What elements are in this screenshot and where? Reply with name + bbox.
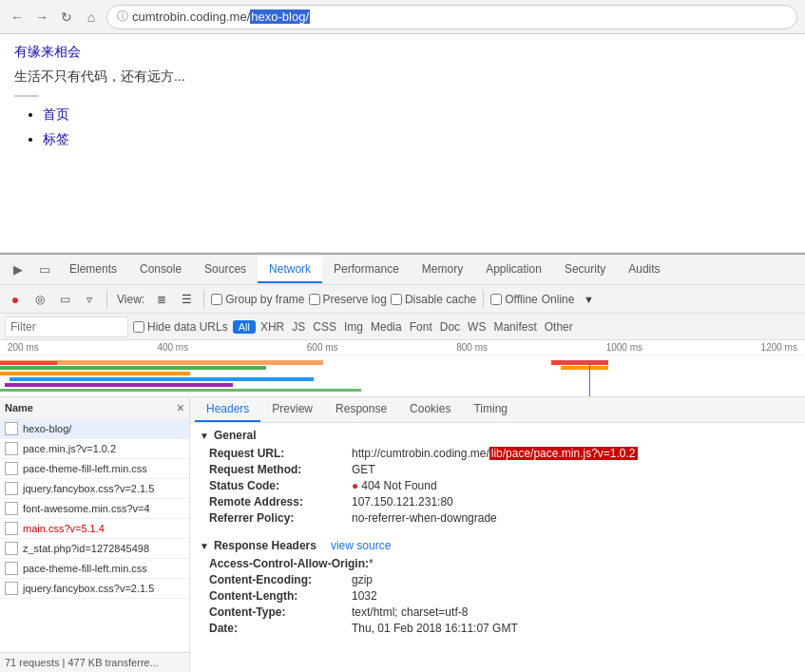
offline-label[interactable]: Offline	[490, 293, 537, 306]
referrer-policy-row: Referrer Policy: no-referrer-when-downgr…	[200, 511, 795, 525]
disable-cache-label[interactable]: Disable cache	[391, 293, 476, 306]
forward-button[interactable]: →	[32, 8, 51, 27]
content-length-key: Content-Length:	[209, 589, 352, 603]
file-item[interactable]: z_stat.php?id=1272845498	[0, 539, 189, 559]
details-tab-preview[interactable]: Preview	[260, 397, 324, 422]
file-item[interactable]: main.css?v=5.1.4	[0, 519, 189, 539]
url-before: http://cumtrobin.coding.me/	[352, 447, 489, 460]
remote-address-value: 107.150.121.231:80	[352, 495, 453, 509]
view-source-link[interactable]: view source	[331, 539, 391, 552]
tab-network[interactable]: Network	[258, 257, 322, 283]
filter-input[interactable]	[5, 317, 128, 337]
tab-memory[interactable]: Memory	[411, 257, 474, 283]
file-list-close-button[interactable]: ×	[177, 400, 184, 415]
filter-css[interactable]: CSS	[313, 320, 336, 334]
tab-application[interactable]: Application	[474, 257, 553, 283]
capture-screenshots-button[interactable]: ▭	[54, 289, 75, 310]
filter-other[interactable]: Other	[545, 320, 573, 334]
hide-data-urls-label[interactable]: Hide data URLs	[133, 320, 228, 334]
file-name: jquery.fancybox.css?v=2.1.5	[23, 583, 154, 594]
address-bar[interactable]: ⓘ cumtrobin.coding.me/hexo-blog/	[106, 5, 797, 29]
list-view-button[interactable]: ≣	[151, 289, 172, 310]
device-toolbar-button[interactable]: ▭	[31, 257, 58, 283]
page-link[interactable]: 有缘来相会	[14, 44, 81, 59]
record-button[interactable]: ●	[5, 289, 26, 310]
filter-media[interactable]: Media	[371, 320, 402, 334]
file-list-header: Name ×	[0, 397, 189, 419]
disable-cache-checkbox[interactable]	[391, 294, 402, 305]
nav-home-link[interactable]: 首页	[43, 106, 69, 122]
hide-data-urls-checkbox[interactable]	[133, 321, 144, 333]
devtools-panel: ▶ ▭ Elements Console Sources Network Per…	[0, 253, 805, 672]
filter-js[interactable]: JS	[292, 320, 305, 334]
tl-1200: 1200 ms	[761, 342, 797, 353]
access-control-key: Access-Control-Allow-Origin:	[209, 557, 369, 570]
devtools-tabs-bar: ▶ ▭ Elements Console Sources Network Per…	[0, 255, 805, 285]
tab-sources[interactable]: Sources	[193, 257, 258, 283]
back-button[interactable]: ←	[8, 8, 27, 27]
nav-tags-link[interactable]: 标签	[43, 131, 69, 146]
details-tab-cookies[interactable]: Cookies	[398, 397, 462, 422]
file-item[interactable]: jquery.fancybox.css?v=2.1.5	[0, 579, 189, 599]
file-name: font-awesome.min.css?v=4	[23, 503, 150, 514]
reload-button[interactable]: ↻	[57, 8, 76, 27]
offline-checkbox[interactable]	[490, 294, 502, 305]
large-view-button[interactable]: ☰	[176, 289, 197, 310]
tab-performance[interactable]: Performance	[322, 257, 411, 283]
tab-console[interactable]: Console	[128, 257, 193, 283]
group-by-frame-checkbox[interactable]	[211, 294, 222, 305]
file-icon	[5, 582, 18, 595]
clear-button[interactable]: ◎	[29, 289, 50, 310]
details-tab-response[interactable]: Response	[324, 397, 398, 422]
tab-audits[interactable]: Audits	[617, 257, 671, 283]
page-nav: 首页 标签	[43, 106, 791, 148]
home-button[interactable]: ⌂	[82, 8, 101, 27]
details-tab-timing[interactable]: Timing	[462, 397, 519, 422]
file-icon	[5, 462, 18, 475]
filter-manifest[interactable]: Manifest	[493, 320, 536, 334]
response-headers-header: ▼ Response Headers view source	[200, 539, 795, 552]
details-tab-headers[interactable]: Headers	[195, 397, 260, 422]
inspect-element-button[interactable]: ▶	[5, 257, 31, 283]
page-content: 有缘来相会 生活不只有代码，还有远方... 首页 标签	[0, 34, 805, 253]
file-name: z_stat.php?id=1272845498	[23, 543, 149, 554]
file-icon	[5, 502, 18, 515]
devtools-main: Name × hexo-blog/ pace.min.js?v=1.0.2 pa…	[0, 397, 805, 672]
file-item[interactable]: pace.min.js?v=1.0.2	[0, 439, 189, 459]
group-by-frame-label[interactable]: Group by frame	[211, 293, 304, 306]
address-before: cumtrobin.coding.me/	[132, 10, 250, 24]
filter-doc[interactable]: Doc	[440, 320, 460, 334]
tl-row4	[10, 377, 314, 381]
tab-security[interactable]: Security	[553, 257, 617, 283]
browser-bar: ← → ↻ ⌂ ⓘ cumtrobin.coding.me/hexo-blog/	[0, 0, 805, 34]
tab-elements[interactable]: Elements	[58, 257, 128, 283]
file-name: jquery.fancybox.css?v=2.1.5	[23, 483, 154, 494]
filter-all-button[interactable]: All	[233, 320, 256, 334]
file-icon	[5, 442, 18, 455]
filter-img[interactable]: Img	[344, 320, 363, 334]
timeline-labels: 200 ms 400 ms 600 ms 800 ms 1000 ms 1200…	[0, 340, 805, 355]
throttle-dropdown[interactable]: ▼	[578, 289, 599, 310]
file-item[interactable]: jquery.fancybox.css?v=2.1.5	[0, 479, 189, 499]
separator	[106, 290, 107, 309]
status-code-value: ●404 Not Found	[352, 479, 437, 492]
file-item[interactable]: font-awesome.min.css?v=4	[0, 499, 189, 519]
tl-400: 400 ms	[157, 342, 188, 353]
file-name: pace-theme-fill-left.min.css	[23, 463, 147, 474]
filter-xhr[interactable]: XHR	[260, 320, 284, 334]
file-icon	[5, 422, 18, 435]
preserve-log-checkbox[interactable]	[309, 294, 320, 305]
content-encoding-value: gzip	[352, 573, 373, 586]
tl-row3	[0, 372, 190, 375]
file-icon	[5, 562, 18, 575]
content-type-value: text/html; charset=utf-8	[352, 605, 468, 619]
preserve-log-label[interactable]: Preserve log	[309, 293, 387, 306]
filter-ws[interactable]: WS	[468, 320, 486, 334]
file-item[interactable]: hexo-blog/	[0, 419, 189, 439]
file-item[interactable]: pace-theme-fill-left.min.css	[0, 559, 189, 579]
status-code-row: Status Code: ●404 Not Found	[200, 479, 795, 492]
triangle-icon: ▼	[200, 431, 209, 441]
file-item[interactable]: pace-theme-fill-left.min.css	[0, 459, 189, 479]
filter-font[interactable]: Font	[410, 320, 432, 334]
filter-toggle-button[interactable]: ▿	[79, 289, 100, 310]
